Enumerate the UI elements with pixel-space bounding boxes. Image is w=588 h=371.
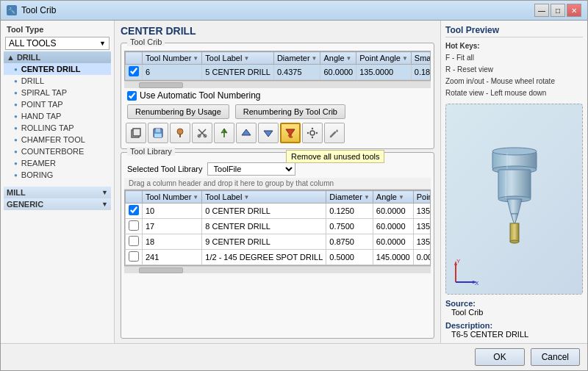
table-row[interactable]: 241 1/2 - 145 DEGREE SPOT DRILL 0.5000 1…: [126, 250, 431, 265]
bullet-icon: ●: [14, 160, 18, 167]
toolbar-down-button[interactable]: [258, 123, 279, 143]
toolbar-up-button[interactable]: [236, 123, 257, 143]
col-tool-label[interactable]: Tool Label▼: [202, 52, 274, 65]
col-diameter[interactable]: Diameter▼: [273, 52, 320, 65]
chevron-down-icon: ▼: [101, 201, 108, 208]
lib-col-check: [126, 191, 143, 203]
center-panel: CENTER DRILL Tool Crib Tool Number▼ Tool…: [115, 21, 440, 343]
toolbar-cut-button[interactable]: [192, 123, 212, 143]
col-small-diameter[interactable]: Small Diameter▼: [411, 52, 431, 65]
auto-number-checkbox[interactable]: [127, 91, 137, 101]
toolbar-copy-button[interactable]: [126, 123, 146, 143]
sidebar-item-hand-tap[interactable]: ● HAND TAP: [4, 110, 111, 122]
row-checkbox[interactable]: [129, 66, 139, 76]
main-content: Tool Type ALL TOOLS ▼ ▲ DRILL ● CENTER D…: [1, 21, 587, 343]
sidebar-item-spiral-tap[interactable]: ● SPIRAL TAP: [4, 87, 111, 98]
description-label: Description:: [445, 321, 583, 330]
drill-group-label: DRILL: [17, 53, 40, 62]
selected-lib-label: Selected Tool Library: [127, 165, 203, 173]
toolbar-paint-button[interactable]: [170, 123, 190, 143]
sort-icon: ▼: [364, 194, 370, 201]
col-tool-number[interactable]: Tool Number▼: [143, 52, 202, 65]
lib-col-number[interactable]: Tool Number▼: [143, 191, 202, 203]
svg-line-22: [331, 132, 335, 137]
chamfer-tool-label: CHAMFER TOOL: [21, 135, 85, 144]
svg-marker-14: [264, 131, 273, 137]
lib-row-checkbox[interactable]: [129, 205, 139, 215]
lib-row-check[interactable]: [126, 203, 143, 219]
sort-icon: ▼: [193, 194, 198, 201]
lib-row-check[interactable]: [126, 234, 143, 250]
sidebar-item-center-drill[interactable]: ● CENTER DRILL: [4, 63, 111, 75]
all-tools-dropdown[interactable]: ALL TOOLS ▼: [5, 37, 110, 50]
ok-button[interactable]: OK: [475, 348, 524, 366]
table-row[interactable]: 6 5 CENTER DRILL 0.4375 60.0000 135.0000…: [126, 65, 431, 80]
sidebar-item-rolling-tap[interactable]: ● ROLLING TAP: [4, 122, 111, 134]
lib-col-angle[interactable]: Angle▼: [373, 191, 413, 203]
sidebar-item-boring[interactable]: ● BORING: [4, 169, 111, 181]
drill-preview-svg: [470, 144, 559, 254]
sort-icon: ▼: [193, 55, 198, 62]
row-point-angle: 135.0000: [356, 65, 412, 80]
row-angle: 60.0000: [320, 65, 356, 80]
lib-horizontal-scrollbar[interactable]: [124, 266, 431, 273]
horizontal-scrollbar[interactable]: [124, 81, 431, 88]
col-angle[interactable]: Angle▼: [320, 52, 356, 65]
row-check[interactable]: [126, 65, 143, 80]
row-diameter: 0.4375: [273, 65, 320, 80]
toolbar-wrench-button[interactable]: [324, 123, 345, 143]
wrench-icon: [329, 127, 340, 139]
sidebar-item-reamer[interactable]: ● REAMER: [4, 157, 111, 169]
scrollbar-thumb[interactable]: [139, 82, 183, 88]
toolbar-remove-unused-button[interactable]: [280, 123, 301, 143]
close-button[interactable]: ✕: [567, 4, 581, 17]
sidebar-item-counterbore[interactable]: ● COUNTERBORE: [4, 145, 111, 157]
lib-col-point-angle[interactable]: Point Angle▼: [413, 191, 431, 203]
lib-scrollbar-thumb[interactable]: [139, 267, 183, 273]
toolbar-settings-button[interactable]: [302, 123, 323, 143]
tool-library-group: Tool Library Selected Tool Library ToolF…: [121, 152, 434, 339]
sort-icon: ▼: [243, 55, 249, 62]
renumber-usage-button[interactable]: Renumbering By Usage: [127, 104, 229, 119]
cancel-button[interactable]: Cancel: [531, 348, 580, 366]
lib-row-checkbox[interactable]: [129, 236, 139, 246]
hot-keys-section: Hot Keys: F - Fit all R - Reset view Zoo…: [445, 40, 583, 99]
bullet-icon: ●: [14, 137, 18, 143]
all-tools-label: ALL TOOLS: [9, 38, 56, 48]
lib-row-checkbox[interactable]: [129, 251, 139, 262]
chevron-up-icon: ▲: [7, 53, 15, 62]
lib-select[interactable]: ToolFile: [207, 162, 295, 176]
table-row[interactable]: 10 0 CENTER DRILL 0.1250 60.0000 135.000…: [126, 203, 431, 219]
table-row[interactable]: 18 9 CENTER DRILL 0.8750 60.0000 135.000…: [126, 234, 431, 250]
lib-row-checkbox[interactable]: [129, 220, 139, 231]
renumber-crib-button[interactable]: Renumbering By Tool Crib: [235, 104, 345, 119]
sidebar-item-generic-group[interactable]: GENERIC ▼: [4, 198, 111, 210]
svg-rect-4: [154, 134, 162, 137]
sidebar-item-drill[interactable]: ● DRILL: [4, 75, 111, 87]
sidebar-item-mill-group[interactable]: MILL ▼: [4, 187, 111, 198]
tool-crib-table-container[interactable]: Tool Number▼ Tool Label▼ Diameter▼ Angle…: [124, 51, 431, 81]
sidebar-item-chamfer-tool[interactable]: ● CHAMFER TOOL: [4, 134, 111, 145]
lib-col-label[interactable]: Tool Label▼: [202, 191, 326, 203]
minimize-button[interactable]: —: [534, 4, 549, 17]
lib-row-label: 1/2 - 145 DEGREE SPOT DRILL: [202, 250, 326, 265]
lib-col-diameter[interactable]: Diameter▼: [326, 191, 373, 203]
sidebar-item-drill-group[interactable]: ▲ DRILL: [4, 51, 111, 63]
toolbar-pin-button[interactable]: [214, 123, 234, 143]
maximize-button[interactable]: □: [551, 4, 565, 17]
sidebar-item-point-tap[interactable]: ● POINT TAP: [4, 98, 111, 110]
svg-rect-30: [510, 223, 519, 242]
svg-rect-3: [156, 129, 160, 132]
table-row[interactable]: 17 8 CENTER DRILL 0.7500 60.0000 135.000…: [126, 219, 431, 234]
col-point-angle[interactable]: Point Angle▼: [356, 52, 412, 65]
toolbar-save-button[interactable]: [148, 123, 168, 143]
tool-crib-table: Tool Number▼ Tool Label▼ Diameter▼ Angle…: [125, 51, 431, 80]
copy-icon: [130, 127, 142, 139]
lib-row-check[interactable]: [126, 250, 143, 265]
lib-row-check[interactable]: [126, 219, 143, 234]
hotkey-rotate: Rotate view - Left mouse down: [445, 87, 583, 99]
lib-table-container[interactable]: Tool Number▼ Tool Label▼ Diameter▼ Angle…: [124, 190, 431, 266]
right-panel: Tool Preview Hot Keys: F - Fit all R - R…: [440, 21, 587, 343]
sidebar-section-label: Tool Type: [4, 24, 111, 35]
source-section: Source: Tool Crib: [445, 299, 583, 317]
